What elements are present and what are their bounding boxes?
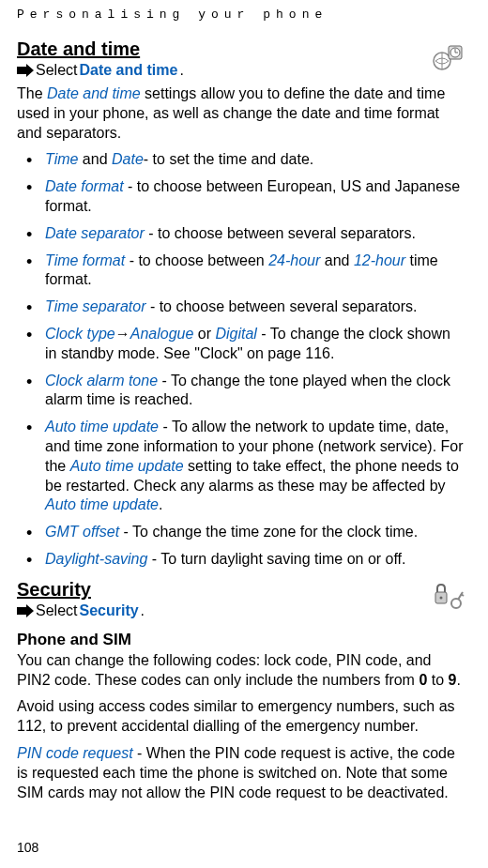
select-date-time-line: Select Date and time . <box>17 62 424 79</box>
date-time-heading: Date and time <box>17 38 424 60</box>
select-target: Security <box>79 602 138 619</box>
arrow-right-icon <box>17 64 34 77</box>
clock-globe-icon <box>432 40 465 74</box>
security-p3: PIN code request - When the PIN code req… <box>17 744 465 802</box>
list-item: Date separator - to choose between sever… <box>17 224 465 244</box>
list-item: Time and Date- to set the time and date. <box>17 150 465 170</box>
select-prefix: Select <box>36 62 77 79</box>
date-time-section: Date and time Select Date and time . <box>17 38 465 84</box>
list-item: Clock type→Analogue or Digital - To chan… <box>17 325 465 364</box>
page-number: 108 <box>17 840 38 855</box>
security-section: Security Select Security . <box>17 579 465 625</box>
chapter-title: Personalising your phone <box>17 8 465 22</box>
arrow-right-icon <box>17 604 34 617</box>
list-item: Date format - to choose between European… <box>17 177 465 217</box>
date-time-bullets: Time and Date- to set the time and date.… <box>17 150 465 569</box>
security-p1: You can change the following codes: lock… <box>17 651 465 691</box>
svg-point-8 <box>440 596 443 599</box>
list-item: GMT offset - To change the time zone for… <box>17 523 465 542</box>
svg-point-9 <box>451 599 461 608</box>
select-period: . <box>179 62 183 79</box>
list-item: Auto time update - To allow the network … <box>17 418 465 515</box>
security-heading: Security <box>17 579 424 601</box>
list-item: Time separator - to choose between sever… <box>17 297 465 317</box>
list-item: Daylight-saving - To turn daylight savin… <box>17 550 465 570</box>
list-item: Time format - to choose between 24-hour … <box>17 251 465 291</box>
select-target: Date and time <box>79 62 177 79</box>
svg-marker-6 <box>17 604 34 617</box>
list-item: Clock alarm tone - To change the tone pl… <box>17 372 465 411</box>
date-time-intro: The Date and time settings allow you to … <box>17 84 465 143</box>
lock-key-icon <box>432 581 465 615</box>
svg-marker-0 <box>17 64 34 77</box>
select-prefix: Select <box>36 602 77 619</box>
security-p2: Avoid using access codes similar to emer… <box>17 697 465 737</box>
select-security-line: Select Security . <box>17 602 424 619</box>
select-period: . <box>141 602 145 619</box>
phone-and-sim-subheading: Phone and SIM <box>17 631 465 649</box>
